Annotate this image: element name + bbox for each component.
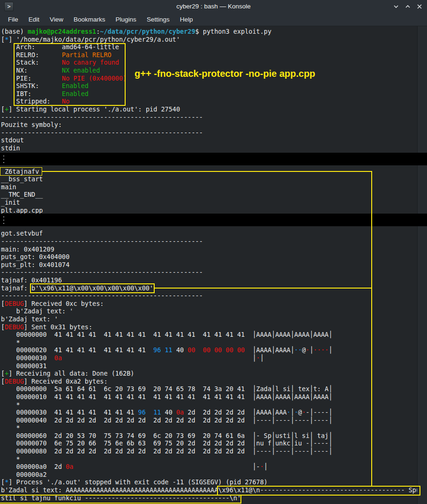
terminal-line: [DEBUG] Received 0xa2 bytes: (1, 378, 417, 385)
terminal-line: got.setvbuf (1, 230, 417, 237)
terminal-line: __bss_start (1, 175, 417, 183)
annotation-box-output-1 (217, 486, 420, 496)
terminal-line: main: 0x401209 (1, 245, 417, 253)
annotation-box-symbol (0, 167, 42, 176)
maximize-button[interactable] (404, 3, 412, 10)
terminal-line: 00000040 2d 2d 2d 2d 2d 2d 2d 2d 2d 2d 2… (1, 416, 417, 424)
terminal-line: [+] Starting local process './a.out': pi… (1, 105, 417, 113)
menu-item-bookmarks[interactable]: Bookmarks (68, 13, 111, 26)
redaction-band (0, 153, 427, 165)
terminal-line: * (1, 339, 417, 347)
terminal-line: b'Zadaj text: ' (1, 307, 417, 315)
terminal-line: * (1, 455, 417, 463)
annotation-box-checksec (14, 43, 126, 106)
terminal-line: __TMC_END__ (1, 191, 417, 199)
terminal-line: puts_got: 0x404000 (1, 253, 417, 261)
menu-item-help[interactable]: Help (175, 13, 198, 26)
annotation-line (371, 171, 372, 486)
titlebar: > cyber29 : bash — Konsole (0, 0, 427, 13)
annotation-line (154, 288, 371, 289)
menu-item-plugins[interactable]: Plugins (111, 13, 142, 26)
terminal-line: main (1, 183, 417, 191)
terminal-line: [*] '/home/majko/data/pcr/python/cyber29… (1, 36, 417, 44)
terminal-line: Pouzite symboly: (1, 121, 417, 129)
terminal-line: ----------------------------------------… (1, 237, 417, 245)
scrollbar[interactable] (417, 26, 427, 504)
menu-item-view[interactable]: View (45, 13, 68, 26)
terminal-line: [+] Receiving all data: Done (162B) (1, 370, 417, 378)
terminal-line: plt.app.cpp (1, 207, 417, 215)
terminal-line: * (1, 424, 417, 432)
terminal-line: 00000000 41 41 41 41 41 41 41 41 41 41 4… (1, 331, 417, 339)
menu-item-settings[interactable]: Settings (142, 13, 175, 26)
terminal-line: 00000030 0a │·│ (1, 354, 417, 362)
terminal-line: 00000030 41 41 41 41 41 41 41 96 11 40 0… (1, 408, 417, 416)
terminal-line: ----------------------------------------… (1, 129, 417, 137)
annotation-gcc-note: g++ -fno-stack-protector -no-pie app.cpp (135, 68, 315, 79)
terminal-line: [DEBUG] Received 0xc bytes: (1, 300, 417, 308)
annotation-box-output-2 (0, 495, 241, 504)
terminal-line: 000000a0 2d 0a │-·│ (1, 463, 417, 471)
terminal-line: 00000060 2d 20 53 70 75 73 74 69 6c 20 7… (1, 432, 417, 440)
annotation-line (42, 171, 372, 172)
terminal-line: 00000020 41 41 41 41 41 41 41 41 96 11 4… (1, 346, 417, 354)
terminal-line: (base) majko@pc24address1:~/data/pcr/pyt… (1, 28, 417, 36)
terminal-line: 00000000 5a 61 64 61 6c 20 73 69 20 74 6… (1, 385, 417, 393)
terminal-line: stdin (1, 144, 417, 152)
redaction-band (0, 214, 427, 226)
close-button[interactable] (416, 3, 423, 10)
terminal-line: _init (1, 199, 417, 207)
chevron-down-icon (393, 3, 399, 10)
terminal-line: 00000010 41 41 41 41 41 41 41 41 41 41 4… (1, 393, 417, 401)
window-title: cyber29 : bash — Konsole (0, 0, 427, 13)
terminal-line: ----------------------------------------… (1, 268, 417, 276)
menu-item-edit[interactable]: Edit (23, 13, 45, 26)
minimize-button[interactable] (392, 3, 400, 10)
terminal-line: 00000070 6e 75 20 66 75 6e 6b 63 69 75 2… (1, 439, 417, 447)
menubar: FileEditViewBookmarksPluginsSettingsHelp (0, 13, 427, 26)
terminal-line: * (1, 401, 417, 409)
konsole-window: > cyber29 : bash — Konsole FileEditViewB… (0, 0, 427, 504)
terminal-line: [*] Process './a.out' stopped with exit … (1, 478, 417, 486)
chevron-up-icon (405, 3, 411, 10)
terminal-line: stdout (1, 136, 417, 144)
terminal-line: 000000a2 (1, 471, 417, 479)
terminal-line: b'Zadaj text: ' (1, 315, 417, 323)
terminal-line: 00000080 2d 2d 2d 2d 2d 2d 2d 2d 2d 2d 2… (1, 447, 417, 455)
close-icon (416, 3, 423, 10)
terminal-line: [DEBUG] Sent 0x31 bytes: (1, 323, 417, 331)
annotation-box-bytes (30, 283, 155, 293)
menu-item-file[interactable]: File (3, 13, 23, 26)
window-controls (392, 0, 423, 13)
terminal-line: ----------------------------------------… (1, 113, 417, 121)
terminal-line: puts_plt: 0x401074 (1, 261, 417, 269)
terminal-line: 00000031 (1, 362, 417, 370)
